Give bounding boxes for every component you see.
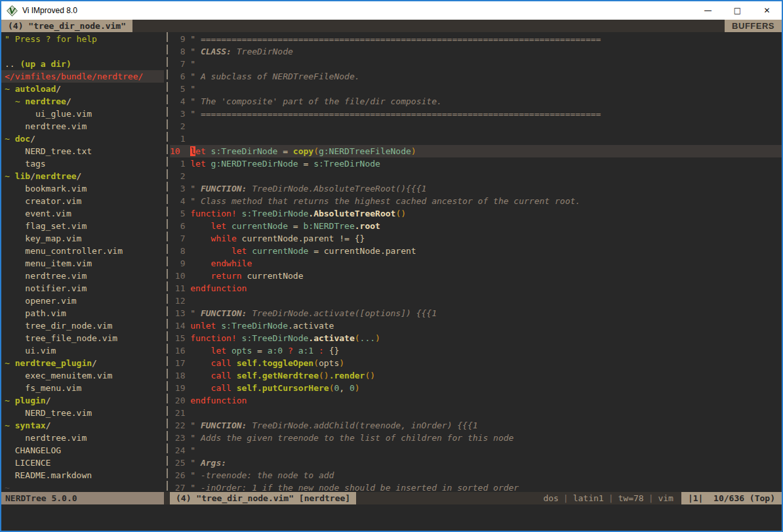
tree-item[interactable]: notifier.vim	[1, 282, 164, 295]
code-line[interactable]: 3" =====================================…	[170, 108, 782, 120]
tree-item[interactable]: ui.vim	[1, 344, 164, 357]
tree-item-selected[interactable]: </vimfiles/bundle/nerdtree/	[1, 70, 164, 83]
tree-item[interactable]: NERD_tree.vim	[1, 407, 164, 419]
code-line[interactable]: 22" FUNCTION: TreeDirNode.addChild(treen…	[170, 419, 782, 432]
code-line[interactable]: 25" Args:	[170, 457, 782, 469]
tree-item[interactable]: ~ nerdtree_plugin/	[1, 357, 164, 369]
tab-tree-dir-node[interactable]: (4) "tree_dir_node.vim"	[1, 20, 132, 32]
code-line[interactable]: 11endfunction	[170, 282, 782, 295]
code-line[interactable]: 3" FUNCTION: TreeDirNode.AbsoluteTreeRoo…	[170, 182, 782, 195]
token-p: )	[355, 383, 360, 393]
tree-item[interactable]: ui_glue.vim	[1, 108, 164, 120]
tree-item[interactable]: " Press ? for help	[1, 33, 164, 45]
tree-item[interactable]: exec_menuitem.vim	[1, 369, 164, 382]
code-line[interactable]: 20endfunction	[170, 394, 782, 407]
token-f2: README.markdown	[5, 470, 92, 480]
tree-item[interactable]: README.markdown	[1, 469, 164, 481]
code-line[interactable]: 6" A subclass of NERDTreeFileNode.	[170, 70, 782, 83]
close-button[interactable]: ✕	[752, 1, 782, 20]
token-c: " -treenode: the node to add	[190, 470, 334, 480]
token-k: call	[211, 383, 231, 393]
tree-item[interactable]: CHANGELOG	[1, 444, 164, 457]
tree-item[interactable]: nerdtree.vim	[1, 120, 164, 133]
code-line[interactable]: 4" Class method that returns the highest…	[170, 195, 782, 207]
tree-item[interactable]	[1, 45, 164, 58]
code-line[interactable]: 13" FUNCTION: TreeDirNode.activate([opti…	[170, 307, 782, 319]
editor-panel[interactable]: 9" =====================================…	[170, 32, 782, 492]
tree-item[interactable]: tree_file_node.vim	[1, 332, 164, 344]
line-number: 9	[170, 33, 185, 45]
tree-item[interactable]: key_map.vim	[1, 232, 164, 245]
code-line[interactable]: 8" CLASS: TreeDirNode	[170, 45, 782, 58]
code-line[interactable]: 15function! s:TreeDirNode.activate(...)	[170, 332, 782, 344]
tree-item[interactable]: LICENCE	[1, 457, 164, 469]
token-v: a:0	[268, 346, 283, 356]
command-line[interactable]	[1, 504, 782, 531]
tree-item[interactable]: ~ autoload/	[1, 83, 164, 95]
tree-item[interactable]: creator.vim	[1, 195, 164, 207]
code-text: "	[190, 58, 195, 70]
tree-item[interactable]: menu_controller.vim	[1, 245, 164, 257]
tree-item[interactable]: path.vim	[1, 307, 164, 319]
code-line[interactable]: 4" The 'composite' part of the file/dir …	[170, 95, 782, 108]
token-t: =	[288, 221, 303, 231]
code-line[interactable]: 23" Adds the given treenode to the list …	[170, 432, 782, 444]
code-line[interactable]: 1let g:NERDTreeDirNode = s:TreeDirNode	[170, 157, 782, 170]
tree-item[interactable]: opener.vim	[1, 295, 164, 307]
code-line[interactable]: 17 call self.toggleOpen(opts)	[170, 357, 782, 369]
window-split-separator[interactable]	[164, 32, 170, 492]
tree-item[interactable]: ~ nerdtree/	[1, 95, 164, 108]
buffers-label[interactable]: BUFFERS	[725, 20, 782, 32]
code-line[interactable]: 19 call self.putCursorHere(0, 0)	[170, 382, 782, 394]
token-t: /	[92, 358, 97, 368]
tree-item[interactable]: nerdtree.vim	[1, 270, 164, 282]
code-line[interactable]: 10 return currentNode	[170, 270, 782, 282]
tree-item[interactable]: tree_dir_node.vim	[1, 319, 164, 332]
tree-item[interactable]: tags	[1, 157, 164, 170]
tree-item[interactable]: event.vim	[1, 207, 164, 220]
window-title: Vi IMproved 8.0	[22, 6, 77, 15]
code-line[interactable]: 2	[170, 170, 782, 182]
tree-item[interactable]: ~	[1, 481, 164, 492]
code-line[interactable]: 12	[170, 295, 782, 307]
code-line[interactable]: 8 let currentNode = currentNode.parent	[170, 245, 782, 257]
code-line[interactable]: 21	[170, 407, 782, 419]
token-c: "	[190, 308, 201, 318]
code-line[interactable]: 24"	[170, 444, 782, 457]
minimize-button[interactable]: —	[693, 1, 723, 20]
code-line[interactable]: 1	[170, 133, 782, 145]
code-line[interactable]: 7 while currentNode.parent != {}	[170, 232, 782, 245]
tree-item[interactable]: .. (up a dir)	[1, 58, 164, 70]
tree-item[interactable]: NERD_tree.txt	[1, 145, 164, 157]
tree-item[interactable]: ~ lib/nerdtree/	[1, 170, 164, 182]
tree-item[interactable]: ~ plugin/	[1, 394, 164, 407]
code-line[interactable]: 26" -treenode: the node to add	[170, 469, 782, 481]
tree-item[interactable]: ~ syntax/	[1, 419, 164, 432]
code-line-current[interactable]: 10let s:TreeDirNode = copy(g:NERDTreeFil…	[170, 145, 782, 157]
tree-item[interactable]: fs_menu.vim	[1, 382, 164, 394]
code-line[interactable]: 9 endwhile	[170, 257, 782, 270]
code-line[interactable]: 7"	[170, 58, 782, 70]
code-line[interactable]: 16 let opts = a:0 ? a:1 : {}	[170, 344, 782, 357]
token-v: s:TreeDirNode	[211, 146, 278, 156]
code-line[interactable]: 2	[170, 120, 782, 133]
code-text: endfunction	[190, 282, 247, 295]
tree-item[interactable]: ~ doc/	[1, 133, 164, 145]
tree-item[interactable]: flag_set.vim	[1, 220, 164, 232]
code-text: " ======================================…	[190, 33, 601, 45]
tree-item[interactable]: bookmark.vim	[1, 182, 164, 195]
line-number: 2	[170, 170, 185, 182]
code-line[interactable]: 6 let currentNode = b:NERDTree.root	[170, 220, 782, 232]
nerdtree-panel[interactable]: " Press ? for help.. (up a dir)</vimfile…	[1, 32, 164, 492]
code-line[interactable]: 14unlet s:TreeDirNode.activate	[170, 319, 782, 332]
code-line[interactable]: 5"	[170, 83, 782, 95]
code-line[interactable]: 9" =====================================…	[170, 33, 782, 45]
tree-item[interactable]: menu_item.vim	[1, 257, 164, 270]
token-p: ()	[319, 371, 329, 380]
code-line[interactable]: 27" -inOrder: 1 if the new node should b…	[170, 481, 782, 492]
token-f2: nerdtree.vim	[5, 271, 87, 281]
tree-item[interactable]: nerdtree.vim	[1, 432, 164, 444]
maximize-button[interactable]: □	[723, 1, 752, 20]
code-line[interactable]: 18 call self.getNerdtree().render()	[170, 369, 782, 382]
code-line[interactable]: 5function! s:TreeDirNode.AbsoluteTreeRoo…	[170, 207, 782, 220]
